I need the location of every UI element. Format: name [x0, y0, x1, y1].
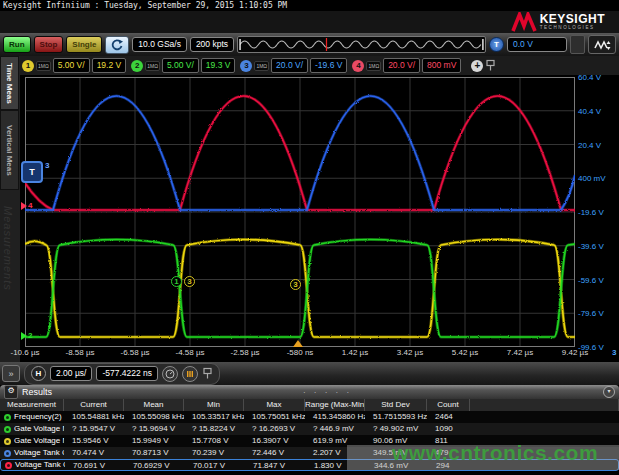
horizontal-badge: H	[31, 366, 46, 381]
channel-3-scale-field[interactable]: 20.0 V/	[271, 58, 308, 73]
measurement-current: 105.54881 kHz	[64, 411, 124, 423]
keysight-logo: KEYSIGHT TECHNOLOGIES	[511, 12, 605, 32]
channel-2-offset-field[interactable]: 19.3 V	[201, 58, 236, 73]
trace-marker[interactable]: 3	[290, 279, 301, 290]
logo-bar: KEYSIGHT TECHNOLOGIES	[0, 11, 619, 34]
add-waveform-button[interactable]: +	[471, 60, 483, 72]
channel-1-offset-field[interactable]: 19.2 V	[92, 58, 127, 73]
channel-3-badge[interactable]: 3	[240, 60, 252, 72]
results-column-header[interactable]: Range (Max-Min)	[305, 399, 365, 411]
trigger-level-marker-ch3[interactable]: T 3	[21, 161, 49, 183]
ground-marker-label: 4	[28, 201, 32, 210]
measurement-status-icon	[4, 426, 11, 433]
channel-4-group: 41MΩ20.0 V/800 mV	[352, 58, 461, 73]
x-axis-label: 1.42 µs	[342, 348, 368, 357]
measurement-std: ? 49.902 mV	[365, 423, 427, 435]
x-axis-label: 3.42 µs	[397, 348, 423, 357]
sidebar-tab-time-meas[interactable]: Time Meas	[0, 56, 19, 110]
measurement-mean: 70.8713 V	[124, 447, 184, 459]
channel-1-badge[interactable]: 1	[22, 60, 34, 72]
run-button[interactable]: Run	[3, 36, 31, 53]
channel-1-scale-field[interactable]: 5.00 V/	[53, 58, 90, 73]
waveform-graticule[interactable]: T 3 42 133	[25, 77, 575, 347]
waveform-tools-button[interactable]	[588, 35, 616, 54]
panel-collapse-button[interactable]: ▾	[603, 386, 615, 398]
measurement-range: 415.345860 Hz	[305, 411, 365, 423]
expand-dock-button[interactable]: »	[2, 365, 20, 382]
channel-2-badge[interactable]: 2	[131, 60, 143, 72]
channel-4-offset-field[interactable]: 800 mV	[422, 58, 461, 73]
timebase-position-field[interactable]: -577.4222 ns	[96, 366, 158, 381]
measurement-status-icon	[4, 438, 11, 445]
channel-4-ground-marker[interactable]: 4	[21, 201, 32, 210]
x-axis-label: 5.42 µs	[452, 348, 478, 357]
acquisition-preview-strip[interactable]	[237, 36, 486, 53]
row-filler	[470, 423, 619, 435]
channel-2-scale-field[interactable]: 5.00 V/	[162, 58, 199, 73]
measurement-count: 2464	[427, 411, 470, 423]
pin-icon[interactable]	[202, 367, 213, 380]
channel-settings-bar: 11MΩ5.00 V/19.2 V21MΩ5.00 V/19.3 V31MΩ20…	[20, 56, 619, 75]
axis-channel-indicator: 3	[612, 348, 616, 357]
x-axis-label: -10.6 µs	[10, 348, 39, 357]
graticule-svg	[25, 77, 575, 347]
x-axis-label: -8.58 µs	[65, 348, 94, 357]
pin-icon[interactable]	[485, 59, 496, 72]
horizontal-settings-bar: » H 2.00 µs/ -577.4222 ns	[0, 362, 619, 385]
channel-3-offset-field[interactable]: -19.6 V	[310, 58, 347, 73]
single-button[interactable]: Single	[66, 36, 102, 53]
results-column-header[interactable]: Std Dev	[365, 399, 427, 411]
results-column-header[interactable]: Mean	[124, 399, 184, 411]
measurement-min: ? 15.8224 V	[184, 423, 244, 435]
trigger-level-field[interactable]: 0.0 V	[507, 37, 567, 52]
zoom-mode-button[interactable]	[162, 366, 178, 382]
panel-grip-handle[interactable]: · · · · ·	[52, 388, 603, 397]
touch-toggle-button[interactable]	[105, 36, 129, 54]
x-axis-label: 7.42 µs	[507, 348, 533, 357]
results-title-bar[interactable]: ⚙ Results · · · · · ▾	[0, 385, 619, 399]
oscilloscope-screen: Keysight Infiniium : Tuesday, September …	[0, 0, 619, 475]
brand-name: KEYSIGHT	[540, 13, 605, 25]
keysight-spark-icon	[511, 12, 537, 32]
sample-rate-field[interactable]: 10.0 GSa/s	[132, 37, 187, 52]
measurement-mean: 70.6929 V	[125, 460, 185, 470]
measurement-max: 72.446 V	[244, 447, 305, 459]
measurement-max: ? 16.2693 V	[244, 423, 305, 435]
ground-arrow-icon	[21, 202, 27, 210]
trigger-position-icon[interactable]	[293, 340, 303, 347]
timebase-scale-field[interactable]: 2.00 µs/	[50, 366, 92, 381]
channel-2-impedance: 1MΩ	[145, 61, 160, 71]
y-axis-label: -59.6 V	[578, 276, 604, 285]
trace-marker[interactable]: 3	[184, 276, 195, 287]
results-column-header[interactable]: Max	[244, 399, 305, 411]
ground-arrow-icon	[21, 332, 27, 340]
results-column-header[interactable]: Measurement	[0, 399, 64, 411]
preview-waveform-icon	[238, 37, 485, 52]
acquisition-points-button[interactable]	[182, 366, 198, 382]
results-column-header[interactable]: Min	[184, 399, 244, 411]
gear-icon[interactable]: ⚙	[4, 385, 18, 399]
results-column-header[interactable]: Current	[64, 399, 124, 411]
trace-marker[interactable]: 1	[171, 276, 182, 287]
memory-depth-field[interactable]: 200 kpts	[190, 37, 234, 52]
measurement-count: 1090	[427, 423, 470, 435]
channel-4-scale-field[interactable]: 20.0 V/	[383, 58, 420, 73]
sidebar-tab-vertical-meas[interactable]: Vertical Meas	[0, 110, 19, 190]
channel-4-badge[interactable]: 4	[352, 60, 364, 72]
y-axis-label: 40.4 V	[578, 107, 601, 116]
stop-button[interactable]: Stop	[34, 36, 64, 53]
channel-1-group: 11MΩ5.00 V/19.2 V	[22, 58, 126, 73]
orange-bars-icon	[185, 369, 195, 379]
channel-2-ground-marker[interactable]: 2	[21, 331, 32, 340]
channel-chips: 11MΩ5.00 V/19.2 V21MΩ5.00 V/19.3 V31MΩ20…	[22, 58, 466, 73]
measurement-std: 51.7515593 Hz	[365, 411, 427, 423]
measurement-current: 70.691 V	[65, 460, 125, 470]
measurement-min: 70.239 V	[184, 447, 244, 459]
results-header-row: MeasurementCurrentMeanMinMaxRange (Max-M…	[0, 399, 619, 411]
minimized-panel-button[interactable]	[570, 35, 585, 54]
x-axis-label: -4.58 µs	[175, 348, 204, 357]
results-column-header[interactable]: Count	[427, 399, 470, 411]
result-row[interactable]: Gate Voltage MC? 15.9547 V? 15.9694 V? 1…	[0, 423, 619, 435]
result-row[interactable]: Frequency(2)105.54881 kHz105.55098 kHz10…	[0, 411, 619, 423]
acquisition-toolbar: Run Stop Single 10.0 GSa/s 200 kpts T 0.…	[0, 33, 619, 56]
